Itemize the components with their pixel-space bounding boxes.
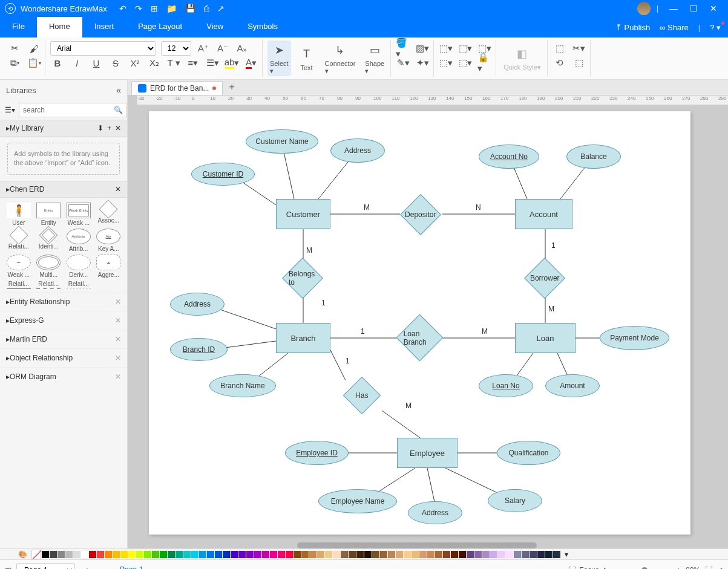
color-swatch[interactable] (522, 551, 529, 558)
shape-multi[interactable]: Multi... (35, 255, 63, 278)
attr-employee-id[interactable]: Employee ID (285, 441, 349, 465)
color-swatch[interactable] (128, 551, 136, 558)
close-section-icon[interactable]: ✕ (115, 124, 121, 132)
attr-payment-mode[interactable]: Payment Mode (600, 326, 669, 350)
close-window-button[interactable]: ✕ (704, 4, 723, 13)
attr-amount[interactable]: Amount (545, 374, 600, 397)
color-swatch[interactable] (160, 551, 167, 558)
color-swatch[interactable] (530, 551, 537, 558)
add-page-button[interactable]: + (80, 563, 94, 570)
color-swatch[interactable] (459, 551, 466, 558)
color-swatch[interactable] (514, 551, 521, 558)
line-spacing-icon[interactable]: ≡▾ (186, 56, 200, 70)
add-icon[interactable]: + (107, 124, 111, 132)
color-swatch[interactable] (136, 551, 143, 558)
sidebar-collapse-icon[interactable]: « (116, 85, 121, 95)
color-swatch[interactable] (341, 551, 348, 558)
attr-address-branch[interactable]: Address (170, 293, 225, 316)
crop-icon[interactable]: ✂▾ (572, 41, 586, 56)
tab-home[interactable]: Home (37, 17, 82, 37)
color-swatch[interactable] (231, 551, 238, 558)
flip-icon[interactable]: ⬚ (572, 56, 586, 70)
page-select[interactable]: Page-1 (16, 563, 75, 570)
color-swatch[interactable] (498, 551, 505, 558)
minimize-button[interactable]: — (663, 4, 684, 13)
tab-view[interactable]: View (194, 17, 235, 37)
effects-icon[interactable]: ✦▾ (415, 56, 430, 70)
color-swatch[interactable] (50, 551, 57, 558)
color-swatch[interactable] (238, 551, 246, 558)
group-icon[interactable]: ⬚▾ (458, 41, 473, 56)
color-swatch[interactable] (286, 551, 293, 558)
relationship-belongs-to[interactable]: Belongs to (282, 258, 323, 299)
color-swatch[interactable] (191, 551, 198, 558)
shape-weak-key[interactable]: •••Weak ... (5, 255, 33, 278)
quick-style-tool[interactable]: ◧ Quick Style▾ (501, 44, 543, 73)
copy-icon[interactable]: ⧉▾ (7, 56, 22, 70)
shape-weak-entity[interactable]: Weak EntityWeak ... (65, 203, 93, 226)
close-section-icon[interactable]: ✕ (115, 185, 121, 193)
relationship-depositor[interactable]: Depositor (400, 194, 441, 235)
color-swatch[interactable] (73, 551, 80, 558)
rotate-icon[interactable]: ⬚▾ (458, 56, 473, 70)
shape-relation-line2[interactable]: Relati... (35, 281, 63, 287)
font-decrease-icon[interactable]: A⁻ (215, 41, 230, 56)
share-button[interactable]: ∞ Share (660, 23, 689, 32)
color-swatch[interactable] (317, 551, 324, 558)
relationship-has[interactable]: Has (343, 377, 381, 414)
sidebar-item-martin-erd[interactable]: ▸ Martin ERD✕ (0, 330, 127, 348)
color-swatch[interactable] (293, 551, 301, 558)
color-swatch[interactable] (152, 551, 159, 558)
replace-icon[interactable]: ⟲ (553, 56, 567, 70)
entity-employee[interactable]: Employee (397, 438, 457, 468)
user-avatar[interactable] (637, 2, 651, 15)
line-style-icon[interactable]: ✎▾ (396, 56, 410, 70)
color-swatch[interactable] (380, 551, 387, 558)
font-increase-icon[interactable]: A⁺ (196, 41, 211, 56)
color-swatch[interactable] (183, 551, 191, 558)
pages-icon[interactable]: ▥ (5, 566, 11, 570)
strikethrough-icon[interactable]: S (108, 56, 123, 70)
superscript-icon[interactable]: X² (128, 56, 142, 70)
color-swatch[interactable] (443, 551, 450, 558)
attr-customer-name[interactable]: Customer Name (246, 129, 318, 154)
tab-insert[interactable]: Insert (82, 17, 126, 37)
page-tab[interactable]: Page-1 (114, 560, 149, 569)
attr-salary[interactable]: Salary (488, 489, 542, 512)
entity-loan[interactable]: Loan (515, 323, 576, 353)
canvas-viewport[interactable]: Customer Account Branch Loan Employee De… (128, 105, 728, 548)
format-painter-icon[interactable]: 🖌 (27, 41, 41, 56)
select-tool[interactable]: ➤ Select▾ (267, 41, 291, 76)
text-tool[interactable]: T Text (296, 45, 318, 73)
color-swatch[interactable] (372, 551, 379, 558)
shape-entity[interactable]: EntityEntity (35, 203, 63, 226)
color-swatch[interactable] (42, 551, 49, 558)
attr-loan-no[interactable]: Loan No (479, 374, 533, 397)
color-swatch[interactable] (207, 551, 214, 558)
maximize-button[interactable]: ☐ (684, 4, 704, 13)
attr-balance[interactable]: Balance (566, 145, 621, 169)
color-swatch[interactable] (120, 551, 128, 558)
entity-account[interactable]: Account (515, 199, 572, 229)
color-swatch[interactable] (419, 551, 427, 558)
color-swatch[interactable] (537, 551, 545, 558)
undo-icon[interactable]: ↶ (119, 4, 126, 13)
zoom-out-button[interactable]: − (614, 566, 618, 570)
shadow-icon[interactable]: ▨▾ (415, 41, 430, 56)
color-swatch[interactable] (349, 551, 356, 558)
open-icon[interactable]: 📁 (166, 4, 177, 13)
fullscreen-icon[interactable]: ⤢ (717, 566, 723, 570)
library-picker-icon[interactable]: ☰▾ (5, 106, 15, 114)
print-icon[interactable]: ⎙ (204, 4, 209, 13)
color-swatch[interactable] (97, 551, 104, 558)
color-swatch[interactable] (57, 551, 65, 558)
scrollbar-horizontal[interactable] (297, 542, 537, 548)
attr-branch-name[interactable]: Branch Name (209, 374, 276, 397)
entity-customer[interactable]: Customer (276, 199, 330, 229)
attr-account-no[interactable]: Account No (479, 145, 539, 169)
tab-file[interactable]: File (0, 17, 37, 37)
color-swatch[interactable] (262, 551, 269, 558)
color-swatch[interactable] (396, 551, 403, 558)
fill-icon[interactable]: 🪣▾ (396, 41, 410, 56)
clear-format-icon[interactable]: Aₓ (235, 41, 249, 56)
